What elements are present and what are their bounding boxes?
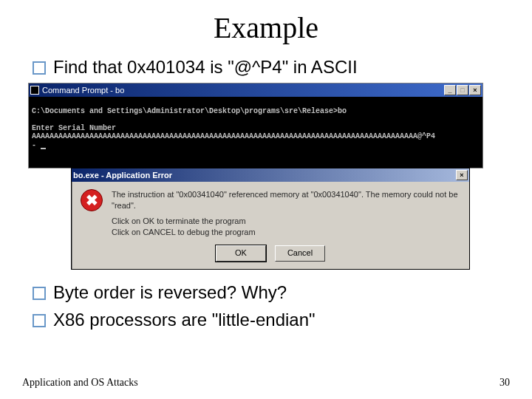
cursor-icon bbox=[41, 148, 46, 149]
screenshot-stack: Command Prompt - bo _ □ × C:\Documents a… bbox=[28, 83, 482, 270]
slide: Example Find that 0x401034 is "@^P4" in … bbox=[0, 0, 532, 399]
dialog-titlebar: bo.exe - Application Error × bbox=[72, 168, 469, 182]
error-line-1: The instruction at "0x00341040" referenc… bbox=[112, 189, 460, 211]
bullet-item: X86 processors are "little-endian" bbox=[33, 308, 504, 331]
ok-button[interactable]: OK bbox=[216, 245, 266, 262]
cmd-cursor-line: - bbox=[32, 141, 46, 149]
bullet-square-icon bbox=[33, 287, 46, 300]
footer-left: Application and OS Attacks bbox=[22, 377, 138, 389]
dialog-close-button[interactable]: × bbox=[456, 170, 468, 180]
error-message: The instruction at "0x00341040" referenc… bbox=[112, 189, 460, 237]
cmd-line-prompt: Enter Serial Number bbox=[32, 124, 116, 132]
bullet-text: Byte order is reversed? Why? bbox=[53, 281, 287, 304]
minimize-button[interactable]: _ bbox=[444, 85, 456, 95]
dialog-title-text: bo.exe - Application Error bbox=[73, 171, 172, 180]
error-icon: ✖ bbox=[81, 189, 103, 211]
cancel-button[interactable]: Cancel bbox=[275, 245, 325, 262]
error-line-2: Click on OK to terminate the program bbox=[112, 216, 460, 227]
cmd-line-input: AAAAAAAAAAAAAAAAAAAAAAAAAAAAAAAAAAAAAAAA… bbox=[32, 132, 435, 140]
cmd-title-text: Command Prompt - bo bbox=[42, 86, 124, 95]
error-dialog: bo.exe - Application Error × ✖ The instr… bbox=[71, 168, 470, 269]
cmd-line-path: C:\Documents and Settings\Administrator\… bbox=[32, 107, 347, 115]
cmd-app-icon bbox=[30, 86, 39, 95]
slide-title: Example bbox=[28, 10, 504, 45]
cmd-titlebar: Command Prompt - bo _ □ × bbox=[29, 83, 482, 97]
close-button[interactable]: × bbox=[469, 85, 481, 95]
bullet-square-icon bbox=[33, 61, 46, 75]
bullet-square-icon bbox=[33, 314, 46, 327]
bullet-text: Find that 0x401034 is "@^P4" in ASCII bbox=[53, 55, 358, 78]
slide-footer: Application and OS Attacks 30 bbox=[22, 377, 510, 389]
bullet-item: Byte order is reversed? Why? bbox=[33, 281, 504, 304]
cmd-body: C:\Documents and Settings\Administrator\… bbox=[29, 97, 482, 168]
command-prompt-window: Command Prompt - bo _ □ × C:\Documents a… bbox=[28, 83, 483, 168]
bullet-text: X86 processors are "little-endian" bbox=[53, 308, 316, 331]
error-line-3: Click on CANCEL to debug the program bbox=[112, 227, 460, 238]
bullet-item: Find that 0x401034 is "@^P4" in ASCII bbox=[33, 55, 504, 78]
maximize-button[interactable]: □ bbox=[457, 85, 468, 95]
footer-page-number: 30 bbox=[499, 377, 510, 389]
